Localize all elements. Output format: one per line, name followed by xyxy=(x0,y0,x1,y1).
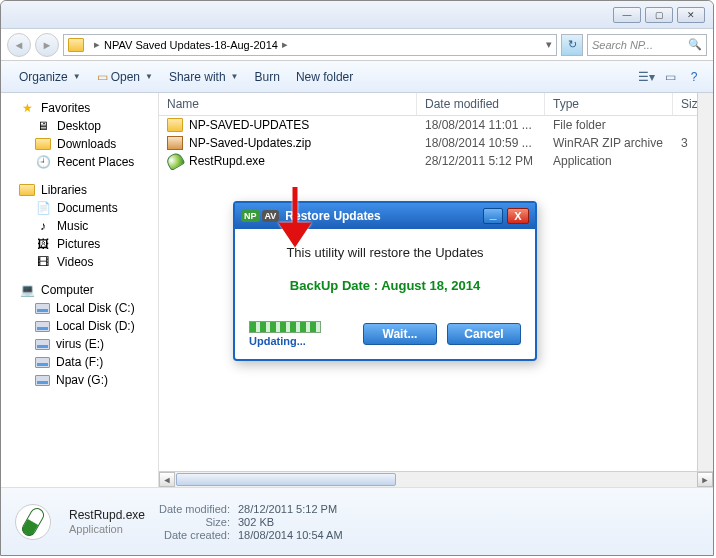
details-pane: RestRupd.exe Application Date modified:2… xyxy=(1,487,713,555)
star-icon: ★ xyxy=(19,101,35,115)
help-button[interactable]: ? xyxy=(685,68,703,86)
nav-disk-f[interactable]: Data (F:) xyxy=(1,353,158,371)
nav-disk-c[interactable]: Local Disk (C:) xyxy=(1,299,158,317)
folder-icon xyxy=(35,138,51,150)
file-row[interactable]: NP-Saved-Updates.zip 18/08/2014 10:59 ..… xyxy=(159,134,713,152)
details-filename: RestRupd.exe xyxy=(69,508,145,522)
music-icon: ♪ xyxy=(35,219,51,233)
preview-pane-button[interactable]: ▭ xyxy=(661,68,679,86)
open-button[interactable]: ▭Open▼ xyxy=(89,66,161,88)
address-bar: ◄ ► ▸ NPAV Saved Updates-18-Aug-2014 ▸ ▾… xyxy=(1,29,713,61)
documents-icon: 📄 xyxy=(35,201,51,215)
chevron-right-icon[interactable]: ▸ xyxy=(282,38,288,51)
titlebar: — ▢ ✕ xyxy=(1,1,713,29)
dropdown-icon[interactable]: ▾ xyxy=(546,38,552,51)
recent-icon: 🕘 xyxy=(35,155,51,169)
back-button[interactable]: ◄ xyxy=(7,33,31,57)
organize-menu[interactable]: Organize▼ xyxy=(11,66,89,88)
explorer-window: — ▢ ✕ ◄ ► ▸ NPAV Saved Updates-18-Aug-20… xyxy=(0,0,714,556)
nav-disk-g[interactable]: Npav (G:) xyxy=(1,371,158,389)
disk-icon xyxy=(35,303,50,314)
dialog-close-button[interactable]: X xyxy=(507,208,529,224)
zip-icon xyxy=(167,136,183,150)
scroll-left-button[interactable]: ◄ xyxy=(159,472,175,487)
file-row[interactable]: RestRupd.exe 28/12/2011 5:12 PM Applicat… xyxy=(159,152,713,170)
disk-icon xyxy=(35,321,50,332)
nav-disk-d[interactable]: Local Disk (D:) xyxy=(1,317,158,335)
nav-pictures[interactable]: 🖼Pictures xyxy=(1,235,158,253)
favorites-header[interactable]: ★Favorites xyxy=(1,99,158,117)
file-row[interactable]: NP-SAVED-UPDATES 18/08/2014 11:01 ... Fi… xyxy=(159,116,713,134)
vertical-scrollbar[interactable] xyxy=(697,93,713,471)
share-with-menu[interactable]: Share with▼ xyxy=(161,66,247,88)
navigation-pane: ★Favorites 🖥Desktop Downloads 🕘Recent Pl… xyxy=(1,93,159,487)
nav-music[interactable]: ♪Music xyxy=(1,217,158,235)
desktop-icon: 🖥 xyxy=(35,119,51,133)
videos-icon: 🎞 xyxy=(35,255,51,269)
progress-bar xyxy=(249,321,321,333)
chevron-right-icon: ▸ xyxy=(94,38,100,51)
computer-header[interactable]: 💻Computer xyxy=(1,281,158,299)
details-type: Application xyxy=(69,523,145,535)
search-icon: 🔍 xyxy=(688,38,702,51)
details-meta: Date modified:28/12/2011 5:12 PM Size:30… xyxy=(159,503,343,541)
column-headers: Name Date modified Type Size xyxy=(159,93,713,116)
scroll-right-button[interactable]: ► xyxy=(697,472,713,487)
pictures-icon: 🖼 xyxy=(35,237,51,251)
nav-downloads[interactable]: Downloads xyxy=(1,135,158,153)
col-date[interactable]: Date modified xyxy=(417,93,545,115)
col-name[interactable]: Name xyxy=(159,93,417,115)
disk-icon xyxy=(35,357,50,368)
view-options-button[interactable]: ☰▾ xyxy=(637,68,655,86)
address-box[interactable]: ▸ NPAV Saved Updates-18-Aug-2014 ▸ ▾ xyxy=(63,34,557,56)
nav-documents[interactable]: 📄Documents xyxy=(1,199,158,217)
scroll-thumb[interactable] xyxy=(176,473,396,486)
folder-icon xyxy=(68,38,84,52)
dialog-backup-date: BackUp Date : August 18, 2014 xyxy=(249,278,521,293)
new-folder-button[interactable]: New folder xyxy=(288,66,361,88)
forward-button[interactable]: ► xyxy=(35,33,59,57)
horizontal-scrollbar[interactable]: ◄ ► xyxy=(159,471,713,487)
nav-videos[interactable]: 🎞Videos xyxy=(1,253,158,271)
libraries-icon xyxy=(19,184,35,196)
annotation-arrow xyxy=(275,185,315,259)
window-maximize-button[interactable]: ▢ xyxy=(645,7,673,23)
disk-icon xyxy=(35,375,50,386)
dialog-minimize-button[interactable]: _ xyxy=(483,208,503,224)
refresh-button[interactable]: ↻ xyxy=(561,34,583,56)
toolbar: Organize▼ ▭Open▼ Share with▼ Burn New fo… xyxy=(1,61,713,93)
nav-desktop[interactable]: 🖥Desktop xyxy=(1,117,158,135)
window-minimize-button[interactable]: — xyxy=(613,7,641,23)
col-type[interactable]: Type xyxy=(545,93,673,115)
updating-label: Updating... xyxy=(249,335,353,347)
nav-disk-e[interactable]: virus (E:) xyxy=(1,335,158,353)
disk-icon xyxy=(35,339,50,350)
window-close-button[interactable]: ✕ xyxy=(677,7,705,23)
exe-icon xyxy=(165,151,186,171)
npav-logo-icon: NPAV xyxy=(241,210,279,222)
computer-icon: 💻 xyxy=(19,283,35,297)
libraries-header[interactable]: Libraries xyxy=(1,181,158,199)
burn-button[interactable]: Burn xyxy=(247,66,288,88)
folder-icon xyxy=(167,118,183,132)
file-type-icon xyxy=(11,500,55,544)
search-input[interactable]: Search NP... 🔍 xyxy=(587,34,707,56)
nav-recent[interactable]: 🕘Recent Places xyxy=(1,153,158,171)
search-placeholder: Search NP... xyxy=(592,39,653,51)
wait-button[interactable]: Wait... xyxy=(363,323,437,345)
cancel-button[interactable]: Cancel xyxy=(447,323,521,345)
address-path: NPAV Saved Updates-18-Aug-2014 xyxy=(104,39,278,51)
